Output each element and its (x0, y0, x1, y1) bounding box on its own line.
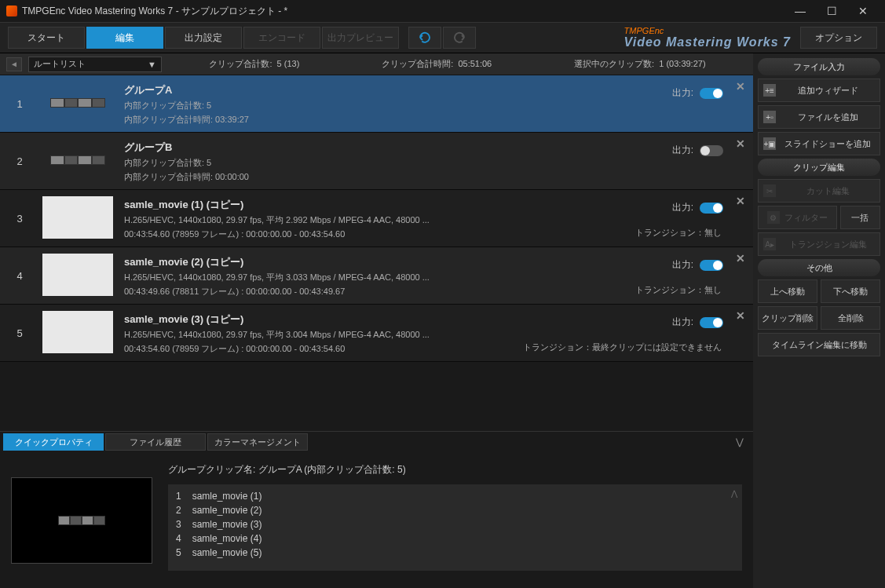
add-file-button[interactable]: +▫ファイルを追加 (758, 105, 880, 129)
output-label: 出力: (672, 144, 693, 157)
scissors-icon: ✂ (763, 184, 776, 197)
clip-delete-button[interactable]: クリップ削除 (758, 306, 817, 330)
tab-preview[interactable]: 出力プレビュー (322, 27, 399, 49)
undo-icon (418, 31, 432, 45)
clip-title: グループB (124, 141, 541, 155)
collapse-icon[interactable]: ⋁ (736, 436, 744, 447)
transition-label: トランジション：無し (635, 284, 722, 296)
brand: TMPGEnc Video Mastering Works 7 (477, 26, 799, 49)
maximize-button[interactable]: ☐ (816, 0, 847, 22)
right-panel: ファイル入力 +≡追加ウィザード +▫ファイルを追加 +▣スライドショーを追加 … (753, 53, 885, 588)
clip-title: samle_movie (2) (コピー) (124, 255, 541, 269)
output-label: 出力: (672, 258, 693, 272)
output-toggle[interactable] (700, 203, 723, 214)
file-icon: +▫ (763, 111, 776, 123)
add-wizard-button[interactable]: +≡追加ウィザード (758, 79, 880, 102)
property-list-item[interactable]: 5samle_movie (5) (176, 546, 734, 560)
cut-edit-button[interactable]: ✂カット編集 (758, 179, 880, 203)
redo-button[interactable] (443, 27, 476, 49)
move-down-button[interactable]: 下へ移動 (821, 279, 880, 303)
filter-button[interactable]: ⚙フィルター (758, 206, 837, 229)
app-logo-icon (6, 5, 17, 16)
brand-small: TMPGEnc (624, 26, 664, 35)
transition-label: トランジション：最終クリップには設定できません (523, 341, 722, 353)
section-clip-edit: クリップ編集 (758, 159, 880, 176)
tab-file-history[interactable]: ファイル履歴 (105, 433, 206, 451)
clip-number: 1 (8, 82, 31, 126)
close-icon[interactable]: ✕ (736, 252, 745, 265)
tab-edit[interactable]: 編集 (86, 27, 163, 49)
clip-line1: H.265/HEVC, 1440x1080, 29.97 fps, 平均 3.0… (124, 272, 541, 283)
top-nav: スタート 編集 出力設定 エンコード 出力プレビュー TMPGEnc Video… (0, 22, 885, 53)
caret-up-icon[interactable]: ⋀ (731, 488, 737, 499)
brand-main: Video Mastering Works 7 (624, 35, 791, 49)
clip-number: 5 (8, 311, 31, 355)
output-toggle[interactable] (700, 260, 723, 271)
output-toggle[interactable] (700, 317, 723, 328)
window-title: TMPGEnc Video Mastering Works 7 - サンプルプロ… (22, 5, 784, 18)
close-icon[interactable]: ✕ (736, 80, 745, 93)
close-icon[interactable]: ✕ (736, 195, 745, 207)
close-icon[interactable]: ✕ (736, 309, 745, 322)
list-dropdown[interactable]: ルートリスト ▼ (28, 57, 162, 72)
undo-button[interactable] (408, 27, 441, 49)
tab-color-management[interactable]: カラーマネージメント (207, 433, 308, 451)
batch-button[interactable]: 一括 (840, 206, 880, 229)
wizard-icon: +≡ (763, 84, 776, 97)
clip-row[interactable]: 3samle_movie (1) (コピー)H.265/HEVC, 1440x1… (0, 190, 753, 247)
property-list-item[interactable]: 4samle_movie (4) (176, 531, 734, 546)
transition-icon: A▸ (763, 238, 776, 250)
property-list-item[interactable]: 2samle_movie (2) (176, 503, 734, 517)
clip-list[interactable]: 1グループA内部クリップ合計数: 5内部クリップ合計時間: 03:39:27出力… (0, 75, 753, 431)
close-icon[interactable]: ✕ (736, 137, 745, 150)
minimize-button[interactable]: — (784, 0, 816, 22)
clip-row[interactable]: 2グループB内部クリップ合計数: 5内部クリップ合計時間: 00:00:00出力… (0, 133, 753, 190)
clip-line1: 内部クリップ合計数: 5 (124, 157, 541, 169)
tab-start[interactable]: スタート (8, 27, 85, 49)
clip-row[interactable]: 1グループA内部クリップ合計数: 5内部クリップ合計時間: 03:39:27出力… (0, 75, 753, 133)
output-toggle[interactable] (700, 145, 723, 156)
section-file-input: ファイル入力 (758, 58, 880, 75)
redo-icon (452, 31, 466, 45)
nav-back-button[interactable]: ◄ (6, 57, 22, 71)
clip-line2: 内部クリップ合計時間: 00:00:00 (124, 171, 541, 183)
bottom-panel: クイックプロパティ ファイル履歴 カラーマネージメント ⋁ グループクリップ名:… (0, 431, 753, 588)
clip-line2: 00:43:49.66 (78811 フレーム) : 00:00:00.00 -… (124, 286, 541, 298)
titlebar: TMPGEnc Video Mastering Works 7 - サンプルプロ… (0, 0, 885, 22)
clip-line2: 内部クリップ合計時間: 03:39:27 (124, 114, 541, 126)
tab-quick-property[interactable]: クイックプロパティ (3, 433, 104, 451)
output-label: 出力: (672, 201, 693, 214)
option-button[interactable]: オプション (800, 27, 877, 49)
clip-line2: 00:43:54.60 (78959 フレーム) : 00:00:00.00 -… (124, 343, 541, 355)
clip-number: 4 (8, 254, 31, 298)
transition-label: トランジション：無し (635, 227, 722, 239)
tab-encode[interactable]: エンコード (243, 27, 320, 49)
output-toggle[interactable] (700, 88, 723, 99)
property-list-item[interactable]: 3samle_movie (3) (176, 517, 734, 531)
section-other: その他 (758, 259, 880, 276)
clip-row[interactable]: 5samle_movie (3) (コピー)H.265/HEVC, 1440x1… (0, 305, 753, 362)
clip-line1: H.265/HEVC, 1440x1080, 29.97 fps, 平均 2.9… (124, 214, 541, 226)
clip-row[interactable]: 4samle_movie (2) (コピー)H.265/HEVC, 1440x1… (0, 247, 753, 305)
tab-output[interactable]: 出力設定 (165, 27, 242, 49)
clip-number: 2 (8, 139, 31, 183)
group-clip-title: グループクリップ名: グループA (内部クリップ合計数: 5) (168, 463, 742, 477)
dropdown-label: ルートリスト (34, 58, 86, 70)
delete-all-button[interactable]: 全削除 (821, 306, 880, 330)
property-list-item[interactable]: 1samle_movie (1) (176, 489, 734, 503)
property-list[interactable]: ⋀ 1samle_movie (1)2samle_movie (2)3samle… (168, 484, 742, 571)
output-label: 出力: (672, 316, 693, 329)
property-thumbnail (11, 477, 152, 564)
chevron-down-icon: ▼ (148, 60, 156, 69)
slideshow-icon: +▣ (763, 137, 776, 150)
clip-line1: 内部クリップ合計数: 5 (124, 100, 541, 111)
timeline-move-button[interactable]: タイムライン編集に移動 (758, 333, 880, 356)
clip-title: samle_movie (1) (コピー) (124, 198, 541, 212)
output-label: 出力: (672, 86, 693, 100)
clip-title: グループA (124, 83, 541, 97)
transition-edit-button[interactable]: A▸トランジション編集 (758, 232, 880, 256)
add-slideshow-button[interactable]: +▣スライドショーを追加 (758, 132, 880, 155)
move-up-button[interactable]: 上へ移動 (758, 279, 817, 303)
close-button[interactable]: ✕ (847, 0, 879, 22)
clip-number: 3 (8, 196, 31, 240)
